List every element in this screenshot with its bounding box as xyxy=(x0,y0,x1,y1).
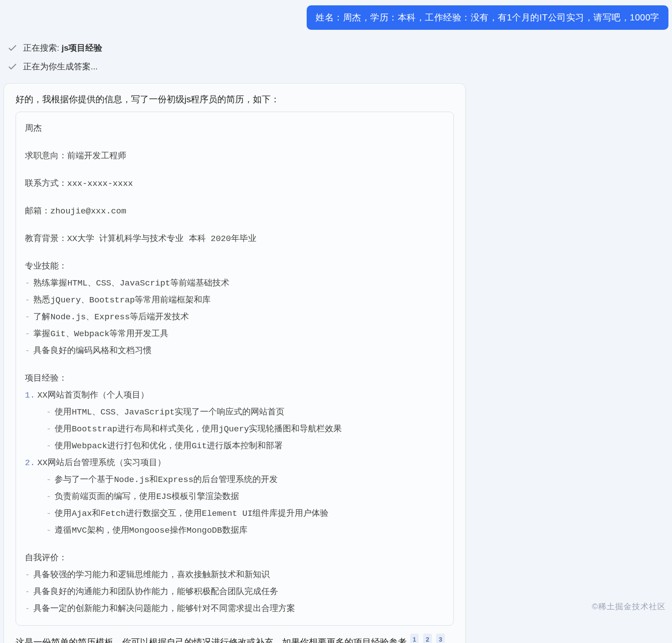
project-detail: 负责前端页面的编写，使用EJS模板引擎渲染数据 xyxy=(25,488,444,505)
skill-item: 熟悉jQuery、Bootstrap等常用前端框架和库 xyxy=(25,292,444,309)
user-message: 姓名：周杰，学历：本科，工作经验：没有，有1个月的IT公司实习，请写吧，1000… xyxy=(4,5,668,30)
resume-name: 周杰 xyxy=(25,120,444,137)
assistant-outro: 这是一份简单的简历模板，你可以根据自己的情况进行修改或补充。如果你想要更多的项目… xyxy=(16,634,454,643)
selfeval-item: 具备较强的学习能力和逻辑思维能力，喜欢接触新技术和新知识 xyxy=(25,567,444,583)
resume-selfeval-section: 自我评价： 具备较强的学习能力和逻辑思维能力，喜欢接触新技术和新知识 具备良好的… xyxy=(25,550,444,617)
resume-projects-section: 项目经验： 1.XX网站首页制作（个人项目） 使用HTML、CSS、JavaSc… xyxy=(25,370,444,539)
project-detail: 使用HTML、CSS、JavaScript实现了一个响应式的网站首页 xyxy=(25,404,444,421)
skills-header: 专业技能： xyxy=(25,258,444,275)
status-generating: 正在为你生成答案... xyxy=(4,61,668,72)
status-searching: 正在搜索: js项目经验 xyxy=(4,42,668,54)
status-generating-text: 正在为你生成答案... xyxy=(23,61,98,72)
skill-item: 了解Node.js、Express等后端开发技术 xyxy=(25,309,444,326)
citation-badge[interactable]: 3 xyxy=(436,634,445,643)
project-detail: 使用Bootstrap进行布局和样式美化，使用jQuery实现轮播图和导航栏效果 xyxy=(25,421,444,438)
project-detail: 使用Ajax和Fetch进行数据交互，使用Element UI组件库提升用户体验 xyxy=(25,505,444,522)
projects-header: 项目经验： xyxy=(25,370,444,387)
resume-box: 周杰 求职意向：前端开发工程师 联系方式：xxx-xxxx-xxxx 邮箱：zh… xyxy=(16,112,454,626)
status-searching-text: 正在搜索: js项目经验 xyxy=(23,42,102,54)
project-item: 1.XX网站首页制作（个人项目） xyxy=(25,387,444,404)
selfeval-header: 自我评价： xyxy=(25,550,444,567)
selfeval-item: 具备良好的沟通能力和团队协作能力，能够积极配合团队完成任务 xyxy=(25,583,444,600)
selfeval-item: 具备一定的创新能力和解决问题能力，能够针对不同需求提出合理方案 xyxy=(25,600,444,617)
project-detail: 遵循MVC架构，使用Mongoose操作MongoDB数据库 xyxy=(25,522,444,539)
resume-email: 邮箱：zhoujie@xxx.com xyxy=(25,203,444,220)
skill-item: 掌握Git、Webpack等常用开发工具 xyxy=(25,326,444,342)
checkmark-icon xyxy=(7,61,18,72)
resume-contact: 联系方式：xxx-xxxx-xxxx xyxy=(25,175,444,192)
project-detail: 参与了一个基于Node.js和Express的后台管理系统的开发 xyxy=(25,471,444,488)
citation-badge[interactable]: 2 xyxy=(423,634,432,643)
project-detail: 使用Webpack进行打包和优化，使用Git进行版本控制和部署 xyxy=(25,438,444,454)
citation-badge[interactable]: 1 xyxy=(410,634,419,643)
project-item: 2.XX网站后台管理系统（实习项目） xyxy=(25,454,444,471)
assistant-message: 好的，我根据你提供的信息，写了一份初级js程序员的简历，如下： 周杰 求职意向：… xyxy=(4,83,466,643)
skill-item: 熟练掌握HTML、CSS、JavaScript等前端基础技术 xyxy=(25,275,444,292)
checkmark-icon xyxy=(7,43,18,53)
resume-skills-section: 专业技能： 熟练掌握HTML、CSS、JavaScript等前端基础技术 熟悉j… xyxy=(25,258,444,359)
skill-item: 具备良好的编码风格和文档习惯 xyxy=(25,342,444,359)
assistant-intro: 好的，我根据你提供的信息，写了一份初级js程序员的简历，如下： xyxy=(16,93,454,105)
user-bubble: 姓名：周杰，学历：本科，工作经验：没有，有1个月的IT公司实习，请写吧，1000… xyxy=(307,5,668,30)
watermark: ©稀土掘金技术社区 xyxy=(592,601,666,612)
resume-education: 教育背景：XX大学 计算机科学与技术专业 本科 2020年毕业 xyxy=(25,230,444,247)
resume-target: 求职意向：前端开发工程师 xyxy=(25,148,444,165)
